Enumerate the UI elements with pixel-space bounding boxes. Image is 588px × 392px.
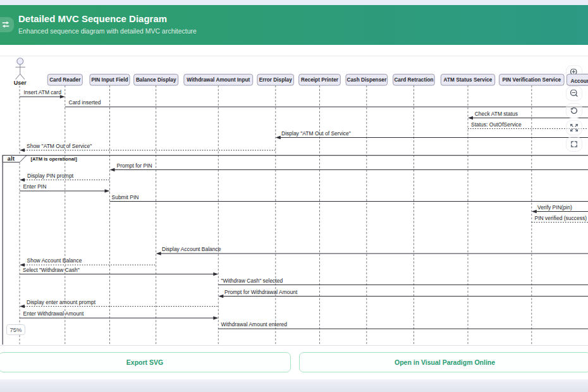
svg-text:Card Reader: Card Reader [49,77,81,83]
svg-text:User: User [14,80,27,86]
svg-text:alt: alt [8,156,15,162]
svg-text:Submit PIN: Submit PIN [112,194,139,200]
svg-text:Withdrawal Amount Input: Withdrawal Amount Input [187,77,250,83]
svg-text:Insert ATM card: Insert ATM card [24,89,62,95]
svg-text:Prompt for Withdrawal Amount: Prompt for Withdrawal Amount [224,289,298,295]
svg-text:Account Service: Account Service [570,78,588,84]
svg-text:Show Account Balance: Show Account Balance [27,257,82,264]
svg-text:Display PIN prompt: Display PIN prompt [27,173,74,179]
svg-text:PIN Verification Service: PIN Verification Service [502,77,561,83]
svg-text:Card Retraction: Card Retraction [394,77,433,83]
svg-text:PIN Input Field: PIN Input Field [91,77,128,83]
svg-text:Receipt Printer: Receipt Printer [301,77,339,83]
svg-text:Display enter amount prompt: Display enter amount prompt [27,299,96,305]
svg-text:Error Display: Error Display [259,77,292,83]
svg-text:Show "ATM Out of Service": Show "ATM Out of Service" [27,143,92,149]
svg-text:Display Account Balance: Display Account Balance [162,246,221,252]
svg-text:Verify PIN(pin): Verify PIN(pin) [537,204,572,211]
svg-text:Enter Withdrawal Amount: Enter Withdrawal Amount [23,310,85,317]
svg-text:[ATM is operational]: [ATM is operational] [30,156,77,162]
svg-text:PIN verified (success): PIN verified (success) [535,215,587,221]
svg-text:Balance Display: Balance Display [136,77,176,83]
svg-text:Card inserted: Card inserted [69,99,101,106]
svg-text:Enter PIN: Enter PIN [23,183,47,190]
svg-text:Prompt for PIN: Prompt for PIN [117,162,152,169]
svg-text:"Withdraw Cash" selected: "Withdraw Cash" selected [221,278,283,284]
svg-text:ATM Status Service: ATM Status Service [444,77,493,83]
svg-text:Withdrawal Amount entered: Withdrawal Amount entered [221,321,288,328]
svg-text:Check ATM status: Check ATM status [475,111,518,117]
svg-text:Display "ATM Out of Service": Display "ATM Out of Service" [281,130,351,137]
svg-text:Select "Withdraw Cash": Select "Withdraw Cash" [23,267,80,273]
svg-text:Status: OutOfService: Status: OutOfService [471,121,522,128]
svg-text:Cash Dispenser: Cash Dispenser [346,77,386,83]
